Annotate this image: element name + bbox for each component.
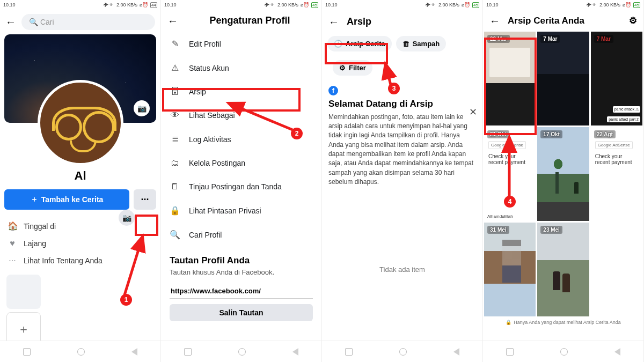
story-card[interactable]: 17 Okt [537, 127, 589, 221]
back-icon[interactable]: ← [167, 16, 178, 26]
gear-icon[interactable]: ⚙ [629, 15, 637, 26]
list-icon: ≣ [170, 134, 180, 144]
avatar[interactable] [38, 80, 123, 166]
status-bar: 10.10 ✈ ᯤ 2.00 KB/s ⌀⏰45 [483, 0, 643, 10]
android-nav[interactable] [322, 341, 482, 362]
profile-link-url[interactable]: https://www.facebook.com/ [170, 284, 313, 299]
welcome-body: Memindahkan postingan, foto, atau item l… [328, 113, 476, 187]
story-card[interactable]: 31 Mei [484, 223, 536, 316]
add-to-story-button[interactable]: ＋ Tambah ke Cerita [4, 189, 129, 210]
story-card[interactable]: 21 OktGoogle AdSenseCheck your recent pa… [484, 127, 536, 221]
menu-view-as[interactable]: 👁Lihat Sebagai [161, 104, 321, 127]
story-grid: 22 Mar 7 Mar 7 Marpanic attack ⚠panic at… [483, 32, 643, 316]
back-icon[interactable]: ← [489, 16, 500, 26]
panel-profile: 10.10 ✈ ᯤ 2.00 KB/s ⌀⏰44 ← 🔍 Cari 📷 📷 Al… [0, 0, 161, 362]
menu-account-status[interactable]: ⚠Status Akun [161, 56, 321, 80]
no-item-text: Tidak ada item [322, 265, 482, 274]
menu-search-profile[interactable]: 🔍Cari Profil [161, 223, 321, 247]
pencil-icon: ✎ [170, 39, 180, 49]
menu-edit-profile[interactable]: ✎Edit Profil [161, 32, 321, 56]
lock-icon: 🔒 [170, 205, 180, 216]
story-archive-chip[interactable]: 🕘 Arsip Cerita [327, 36, 392, 51]
filter-chip[interactable]: ⚙ Filter [333, 60, 372, 76]
android-nav[interactable] [483, 341, 643, 362]
page-title: Pengaturan Profil [185, 15, 315, 26]
story-card[interactable]: 22 Mar [484, 32, 536, 125]
panel-archive: 10.10 ✈ ᯤ 2.00 KB/s ⌀⏰45 ←Arsip 🕘 Arsip … [322, 0, 483, 362]
ellipsis-icon: ··· [8, 256, 17, 265]
review-icon: 🗒 [170, 182, 180, 191]
welcome-title: Selamat Datang di Arsip [328, 99, 476, 109]
story-card[interactable]: 22 AgtGoogle AdSenseCheck your recent pa… [591, 127, 642, 221]
panel-profile-settings: 10.10 ✈ ᯤ 2.00 KB/s ⌀⏰45 ←Pengaturan Pro… [161, 0, 322, 362]
copy-link-button[interactable]: Salin Tautan [170, 304, 313, 321]
menu-privacy-shortcuts[interactable]: 🔒Lihat Pintasan Privasi [161, 198, 321, 223]
eye-icon: 👁 [170, 110, 180, 120]
page-title: Arsip Cerita Anda [508, 16, 584, 26]
profile-link-sub: Tautan khusus Anda di Facebook. [161, 268, 321, 282]
status-bar: 10.10 ✈ ᯤ 2.00 KB/s ⌀⏰45 [161, 0, 321, 10]
search-icon: 🔍 [170, 230, 180, 240]
story-card[interactable]: 23 Mei [537, 223, 589, 316]
posts-icon: 🗂 [170, 158, 180, 168]
menu-activity-log[interactable]: ≣Log Aktivitas [161, 127, 321, 151]
story-card[interactable]: 7 Marpanic attack ⚠panic attact part 2 [591, 32, 642, 125]
archive-icon: 🗄 [170, 87, 180, 97]
close-icon[interactable]: ✕ [469, 106, 477, 118]
camera-avatar-icon[interactable]: 📷 [119, 210, 135, 226]
android-nav[interactable] [161, 341, 321, 362]
more-options-button[interactable]: ··· [134, 189, 156, 210]
panel-story-archive: 10.10 ✈ ᯤ 2.00 KB/s ⌀⏰45 ←Arsip Cerita A… [483, 0, 644, 362]
search-input[interactable]: 🔍 Cari [21, 14, 155, 30]
back-icon[interactable]: ← [328, 17, 339, 27]
profile-name: Al [75, 169, 86, 183]
info-relationship[interactable]: ♥Lajang [0, 235, 160, 252]
menu-review-posts[interactable]: 🗒Tinjau Postingan dan Tanda [161, 175, 321, 198]
facebook-icon: f [328, 86, 338, 95]
profile-link-heading: Tautan Profil Anda [161, 247, 321, 268]
info-lives-in[interactable]: 🏠Tinggal di [0, 217, 160, 235]
info-about[interactable]: ···Lihat Info Tentang Anda [0, 252, 160, 269]
home-icon: 🏠 [8, 221, 17, 231]
menu-manage-posts[interactable]: 🗂Kelola Postingan [161, 151, 321, 175]
page-title: Arsip [347, 16, 371, 27]
story-card[interactable]: 7 Mar [537, 32, 589, 125]
back-icon[interactable]: ← [5, 17, 16, 27]
android-nav[interactable] [0, 341, 160, 362]
warning-icon: ⚠ [170, 63, 180, 73]
status-bar: 10.10 ✈ ᯤ 2.00 KB/s ⌀⏰44 [0, 0, 160, 10]
featured-photo-placeholder [6, 275, 41, 309]
privacy-note: 🔒 Hanya Anda yang dapat melihat Arsip Ce… [483, 316, 643, 326]
status-bar: 10.10 ✈ ᯤ 2.00 KB/s ⌀⏰45 [322, 0, 482, 10]
menu-archive[interactable]: 🗄Arsip [161, 80, 321, 104]
heart-icon: ♥ [8, 239, 17, 248]
trash-chip[interactable]: 🗑 Sampah [396, 36, 447, 51]
